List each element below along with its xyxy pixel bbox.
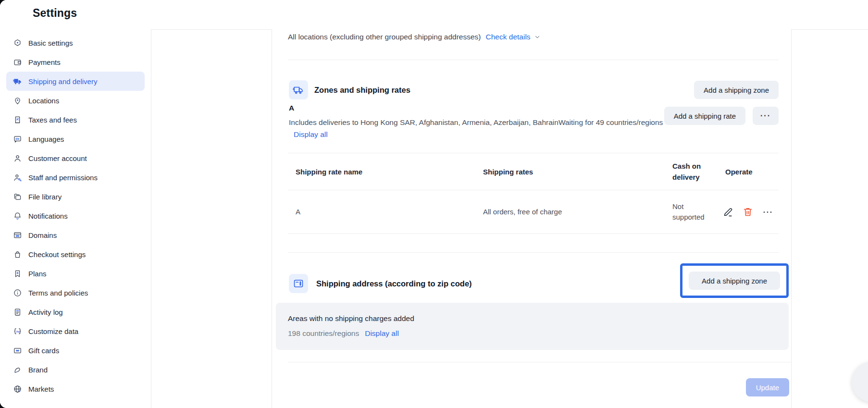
cell-operate <box>718 206 780 218</box>
sidebar-item-label: Markets <box>28 385 54 393</box>
locations-summary-text: All locations (excluding other grouped s… <box>288 32 481 42</box>
sidebar-item-notifications[interactable]: Notifications <box>6 206 145 225</box>
gear-icon <box>13 38 22 48</box>
sidebar-item-label: Taxes and fees <box>28 116 77 124</box>
bag-icon <box>13 250 22 259</box>
add-shipping-rate-button[interactable]: Add a shipping rate <box>664 107 745 125</box>
brush-icon <box>13 365 22 374</box>
zip-section-title: Shipping address (according to zip code) <box>316 277 472 290</box>
chevron-down-icon[interactable] <box>534 34 541 40</box>
sidebar-item-domains[interactable]: Domains <box>6 225 145 245</box>
person-key-icon <box>13 173 22 182</box>
sidebar-item-label: Checkout settings <box>28 250 86 259</box>
svg-text:Aa: Aa <box>16 330 20 333</box>
sidebar-item-terms-and-policies[interactable]: Terms and policies <box>6 283 145 302</box>
sidebar-item-label: Customize data <box>28 327 78 335</box>
sidebar-item-customize-data[interactable]: AaCustomize data <box>6 321 145 341</box>
zone-description-text: Includes deliveries to Hong Kong SAR, Af… <box>289 118 663 126</box>
sidebar-item-plans[interactable]: Plans <box>6 264 145 283</box>
sidebar-item-basic-settings[interactable]: Basic settings <box>6 33 145 52</box>
wallet-icon <box>13 58 22 67</box>
footer-divider <box>288 362 791 362</box>
no-charge-title: Areas with no shipping charges added <box>288 313 789 324</box>
sidebar-item-label: Gift cards <box>28 346 59 355</box>
help-floating-button[interactable] <box>852 362 868 402</box>
sidebar-item-label: File library <box>28 193 62 201</box>
sidebar-item-label: Payments <box>28 58 61 66</box>
sidebar-item-label: Brand <box>28 366 48 374</box>
zone-actions: Add a shipping rate ··· <box>664 107 779 125</box>
page-header: Settings <box>0 0 868 30</box>
sidebar-item-brand[interactable]: Brand <box>6 360 145 379</box>
sidebar-item-label: Languages <box>28 135 64 143</box>
sidebar-item-gift-cards[interactable]: Gift cards <box>6 341 145 360</box>
sidebar-item-label: Staff and permissions <box>28 173 98 182</box>
pin-icon <box>13 96 22 105</box>
person-icon <box>13 154 22 163</box>
sidebar-item-label: Domains <box>28 231 57 239</box>
zone-display-all-link[interactable]: Display all <box>294 130 328 138</box>
delete-icon[interactable] <box>742 206 754 218</box>
zone-more-button[interactable]: ··· <box>753 107 779 125</box>
zone-description: Includes deliveries to Hong Kong SAR, Af… <box>289 116 671 140</box>
braces-icon: Aa <box>13 327 22 336</box>
column-header: Operate <box>718 166 779 177</box>
gift-icon <box>13 346 22 355</box>
column-header: Shipping rate name <box>288 166 475 177</box>
sidebar-item-label: Customer account <box>28 154 87 162</box>
check-details-link[interactable]: Check details <box>486 32 531 42</box>
sidebar-item-label: Activity log <box>28 308 63 316</box>
receipt-icon <box>13 115 22 124</box>
lang-icon: EN <box>13 135 22 144</box>
update-button[interactable]: Update <box>746 378 789 396</box>
sidebar-item-customer-account[interactable]: Customer account <box>6 148 145 168</box>
sidebar-item-staff-and-permissions[interactable]: Staff and permissions <box>6 168 145 187</box>
section-divider <box>288 252 779 253</box>
truck-solid-icon <box>13 77 22 86</box>
sidebar-item-label: Notifications <box>28 212 68 220</box>
sidebar-item-activity-log[interactable]: Activity log <box>6 302 145 321</box>
sidebar-item-locations[interactable]: Locations <box>6 91 145 110</box>
cell-name: A <box>288 207 475 217</box>
sidebar-item-checkout-settings[interactable]: Checkout settings <box>6 245 145 264</box>
folder-icon <box>13 192 22 201</box>
doc-icon <box>13 308 22 317</box>
zip-address-icon <box>289 274 308 293</box>
zones-section-title: Zones and shipping rates <box>314 86 410 95</box>
cell-cod: Not supported <box>665 201 718 223</box>
domains-icon <box>13 231 22 240</box>
no-charge-count: 198 countries/regions <box>288 328 359 339</box>
sidebar-item-label: Locations <box>28 97 59 105</box>
main-panel: All locations (excluding other grouped s… <box>272 29 792 408</box>
sidebar-item-label: Terms and policies <box>28 289 88 297</box>
sidebar-item-payments[interactable]: Payments <box>6 52 145 72</box>
sidebar-item-file-library[interactable]: File library <box>6 187 145 206</box>
locations-summary-row: All locations (excluding other grouped s… <box>288 29 779 60</box>
more-icon[interactable] <box>762 206 773 218</box>
focus-highlight-box: Add a shipping zone <box>680 263 789 298</box>
add-zip-shipping-zone-button[interactable]: Add a shipping zone <box>689 272 780 290</box>
sidebar-item-markets[interactable]: Markets <box>6 379 145 398</box>
column-header: Shipping rates <box>475 166 665 177</box>
zones-section-header: Zones and shipping rates Add a shipping … <box>289 80 779 99</box>
globe-icon <box>13 384 22 394</box>
edit-icon[interactable] <box>722 206 734 218</box>
svg-text:EN: EN <box>15 137 19 140</box>
cell-rates: All orders, free of charge <box>475 207 665 217</box>
shipping-zones-icon <box>289 80 308 99</box>
bell-icon <box>13 211 22 221</box>
settings-page: Settings Basic settingsPaymentsShipping … <box>0 0 868 408</box>
no-charge-display-all-link[interactable]: Display all <box>365 328 399 339</box>
table-row: AAll orders, free of chargeNot supported <box>288 190 779 234</box>
no-charge-panel: Areas with no shipping charges added 198… <box>276 303 789 350</box>
bookmark-plus-icon <box>13 269 22 278</box>
page-title: Settings <box>33 7 77 20</box>
sidebar-item-label: Shipping and delivery <box>28 77 97 86</box>
zone-summary: A Includes deliveries to Hong Kong SAR, … <box>289 103 671 140</box>
sidebar-item-taxes-and-fees[interactable]: Taxes and fees <box>6 110 145 129</box>
sidebar-item-shipping-and-delivery[interactable]: Shipping and delivery <box>6 72 145 91</box>
sidebar-item-languages[interactable]: ENLanguages <box>6 129 145 148</box>
sidebar-item-label: Basic settings <box>28 39 73 47</box>
add-shipping-zone-button[interactable]: Add a shipping zone <box>694 81 779 99</box>
sidebar-item-label: Plans <box>28 270 47 278</box>
